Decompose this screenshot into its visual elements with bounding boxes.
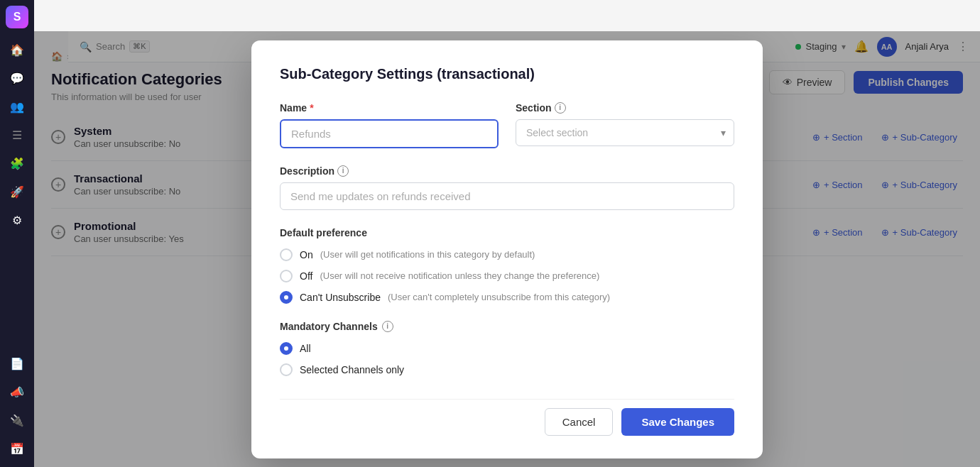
channel-all[interactable]: All	[280, 342, 734, 355]
save-button[interactable]: Save Changes	[621, 408, 734, 436]
preference-off-desc: (User will not receive notification unle…	[320, 270, 599, 281]
preference-on-desc: (User will get notifications in this cat…	[320, 249, 535, 260]
sidebar-item-speaker[interactable]: 📣	[4, 379, 30, 405]
form-row-name-section: Name * Section i Select section	[280, 102, 734, 148]
preference-off[interactable]: Off (User will not receive notification …	[280, 270, 734, 282]
name-input[interactable]	[280, 119, 499, 148]
description-input[interactable]	[280, 182, 734, 210]
form-group-name: Name *	[280, 102, 499, 148]
app-logo: S	[6, 6, 28, 28]
preference-cant-unsub[interactable]: Can't Unsubscribe (User can't completely…	[280, 291, 734, 304]
sidebar-item-home[interactable]: 🏠	[4, 37, 30, 62]
preference-off-label: Off	[300, 270, 312, 282]
sidebar-item-messages[interactable]: 💬	[4, 65, 30, 91]
section-info-icon: i	[555, 102, 566, 114]
sidebar-item-users[interactable]: 👥	[4, 94, 30, 119]
preference-off-radio[interactable]	[280, 270, 293, 282]
sidebar-item-puzzle[interactable]: 🧩	[4, 150, 30, 176]
channel-selected-label: Selected Channels only	[300, 364, 404, 375]
form-group-section: Section i Select section ▾	[516, 102, 734, 148]
preference-cant-unsub-radio[interactable]	[280, 291, 293, 304]
preference-cant-unsub-label: Can't Unsubscribe	[300, 292, 381, 303]
form-section-preference: Default preference On (User will get not…	[280, 227, 734, 304]
preference-radio-group: On (User will get notifications in this …	[280, 248, 734, 304]
sidebar-item-settings[interactable]: ⚙	[4, 207, 30, 233]
preference-on-radio[interactable]	[280, 248, 293, 261]
channel-selected[interactable]: Selected Channels only	[280, 363, 734, 376]
form-section-description: Description i	[280, 165, 734, 210]
sidebar: S 🏠 💬 👥 ☰ 🧩 🚀 ⚙ 📄 📣 🔌 📅	[0, 0, 34, 467]
channels-radio-group: All Selected Channels only	[280, 342, 734, 376]
app-container: S 🏠 💬 👥 ☰ 🧩 🚀 ⚙ 📄 📣 🔌 📅 🔍 Search ⌘K Stag…	[0, 0, 980, 467]
main-content: 🔍 Search ⌘K Staging ▾ 🔔 AA Anjali Arya ⋮	[34, 31, 980, 467]
modal-footer: Cancel Save Changes	[280, 399, 734, 436]
description-info-icon: i	[337, 165, 349, 177]
name-label: Name *	[280, 102, 499, 114]
preference-section-title: Default preference	[280, 227, 734, 238]
section-label: Section i	[516, 102, 734, 114]
sidebar-item-calendar[interactable]: 📅	[4, 436, 30, 461]
channels-info-icon: i	[382, 321, 393, 332]
preference-cant-unsub-desc: (User can't completely unsubscribe from …	[388, 292, 610, 302]
section-select-wrapper: Select section ▾	[516, 119, 734, 146]
modal-title: Sub-Category Settings (transactional)	[280, 66, 734, 82]
channel-all-radio[interactable]	[280, 342, 293, 355]
sidebar-item-rocket[interactable]: 🚀	[4, 179, 30, 204]
channels-section-title: Mandatory Channels i	[280, 321, 734, 332]
required-indicator: *	[310, 102, 313, 114]
preference-on[interactable]: On (User will get notifications in this …	[280, 248, 734, 261]
channel-all-label: All	[300, 343, 311, 354]
section-select[interactable]: Select section	[516, 119, 734, 146]
sidebar-item-file[interactable]: 📄	[4, 351, 30, 376]
description-label: Description i	[280, 165, 734, 177]
preference-on-label: On	[300, 249, 313, 260]
cancel-button[interactable]: Cancel	[545, 408, 614, 436]
modal-overlay[interactable]: Sub-Category Settings (transactional) Na…	[34, 31, 980, 467]
sidebar-item-list[interactable]: ☰	[4, 122, 30, 148]
form-section-channels: Mandatory Channels i All Selected Channe…	[280, 321, 734, 376]
channel-selected-radio[interactable]	[280, 363, 293, 376]
modal-dialog: Sub-Category Settings (transactional) Na…	[251, 40, 763, 458]
sidebar-item-integrations[interactable]: 🔌	[4, 407, 30, 433]
